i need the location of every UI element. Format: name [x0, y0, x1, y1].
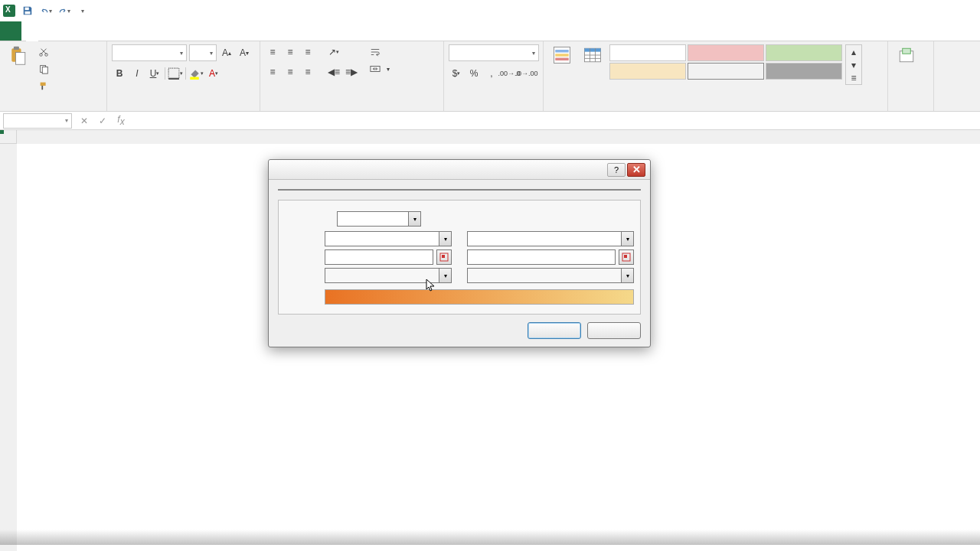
ok-button[interactable]	[528, 322, 581, 339]
decrease-decimal[interactable]: .0→.00	[519, 66, 534, 81]
italic-button[interactable]: I	[129, 66, 145, 81]
title-bar: ▾ ▾ ▾	[0, 0, 980, 21]
increase-decimal[interactable]: .00→.0	[501, 66, 517, 81]
ribbon: ▾ ▾ A▴ A▾ B I U▾ ▾ ▾ A▾ ≡ ≡	[0, 41, 980, 112]
align-right[interactable]: ≡	[300, 64, 315, 80]
qat-save[interactable]	[21, 5, 34, 17]
font-family-combo[interactable]: ▾	[112, 44, 187, 61]
svg-rect-3	[14, 47, 19, 50]
tab-page-layout[interactable]	[64, 21, 86, 41]
align-bottom[interactable]: ≡	[300, 44, 315, 60]
cell-styles-gallery[interactable]	[609, 44, 842, 80]
ribbon-tabs	[0, 21, 980, 41]
group-cells	[888, 41, 934, 111]
group-clipboard	[0, 41, 107, 111]
svg-rect-4	[16, 53, 25, 65]
wrap-text-button[interactable]	[367, 44, 393, 60]
app-icon	[3, 5, 15, 17]
styles-more[interactable]: ≡	[846, 71, 861, 84]
border-button[interactable]: ▾	[168, 66, 183, 81]
max-value-ref-button[interactable]	[619, 249, 634, 265]
cancel-formula-icon[interactable]: ✕	[75, 116, 93, 126]
svg-rect-10	[168, 68, 179, 79]
insert-cells-button[interactable]	[893, 44, 920, 96]
format-style-combo[interactable]: ▾	[337, 211, 421, 227]
number-format-combo[interactable]: ▾	[449, 44, 539, 61]
svg-rect-16	[555, 54, 569, 57]
dialog-titlebar[interactable]: ? ✕	[269, 160, 650, 180]
select-all-corner[interactable]	[0, 130, 17, 144]
svg-rect-0	[25, 8, 29, 11]
indent-increase[interactable]: ≡▶	[344, 64, 359, 80]
format-as-table-button[interactable]	[579, 44, 606, 96]
tab-formulas[interactable]	[86, 21, 107, 41]
percent-button[interactable]: %	[466, 66, 482, 81]
qat-undo[interactable]: ▾	[40, 5, 52, 17]
svg-rect-27	[442, 255, 445, 258]
merge-center-button[interactable]: ▾	[367, 61, 393, 77]
fill-color-button[interactable]: ▾	[188, 66, 204, 81]
grow-font[interactable]: A▴	[219, 45, 234, 60]
conditional-formatting-button[interactable]	[548, 44, 576, 96]
formula-bar: ▾ ✕ ✓ fx	[0, 112, 980, 130]
svg-rect-8	[42, 67, 47, 73]
shrink-font[interactable]: A▾	[237, 45, 252, 60]
style-normal[interactable]	[609, 44, 686, 61]
min-value-ref-button[interactable]	[436, 249, 452, 265]
max-color-combo[interactable]: ▾	[467, 268, 634, 283]
paste-button[interactable]	[5, 44, 32, 96]
svg-rect-15	[555, 50, 569, 53]
style-good[interactable]	[766, 44, 842, 61]
cut-button[interactable]	[35, 44, 55, 60]
group-alignment: ≡ ≡ ≡ ↗▾ ≡ ≡ ≡ ◀≡ ≡▶ ▾	[260, 41, 444, 111]
align-middle[interactable]: ≡	[283, 44, 298, 60]
qat-redo[interactable]: ▾	[58, 5, 70, 17]
style-neutral[interactable]	[609, 63, 686, 80]
orientation[interactable]: ↗▾	[326, 44, 341, 60]
svg-rect-1	[25, 11, 31, 15]
currency-button[interactable]: $▾	[449, 66, 464, 81]
align-top[interactable]: ≡	[265, 44, 280, 60]
cancel-button[interactable]	[587, 322, 641, 339]
svg-rect-17	[555, 58, 569, 61]
min-color-combo[interactable]: ▾	[325, 268, 452, 283]
new-formatting-rule-dialog: ? ✕ ▾ ▾ ▾ ▾	[268, 159, 651, 347]
indent-decrease[interactable]: ◀≡	[326, 64, 341, 80]
svg-rect-29	[624, 255, 627, 258]
bold-button[interactable]: B	[112, 66, 127, 81]
fx-icon[interactable]: fx	[112, 114, 130, 127]
rule-type-list[interactable]	[278, 189, 641, 191]
copy-button[interactable]	[35, 61, 55, 77]
style-bad[interactable]	[688, 44, 764, 61]
max-type-combo[interactable]: ▾	[467, 231, 634, 246]
preview-bar	[325, 289, 634, 305]
tab-view[interactable]	[150, 21, 172, 41]
svg-rect-9	[41, 83, 46, 86]
comma-button[interactable]: ,	[484, 66, 499, 81]
svg-rect-12	[190, 77, 198, 80]
group-font: ▾ ▾ A▴ A▾ B I U▾ ▾ ▾ A▾	[107, 41, 260, 111]
tab-insert[interactable]	[43, 21, 64, 41]
font-color-button[interactable]: A▾	[206, 66, 221, 81]
font-size-combo[interactable]: ▾	[189, 44, 217, 61]
min-type-combo[interactable]: ▾	[325, 231, 452, 246]
name-box[interactable]: ▾	[3, 113, 72, 129]
underline-button[interactable]: U▾	[147, 66, 162, 81]
align-center[interactable]: ≡	[283, 64, 298, 80]
tab-file[interactable]	[0, 21, 21, 41]
tab-home[interactable]	[21, 21, 43, 41]
style-calculation[interactable]	[688, 63, 764, 80]
max-value-input[interactable]	[467, 249, 616, 265]
dialog-close-button[interactable]: ✕	[627, 163, 645, 177]
enter-formula-icon[interactable]: ✓	[93, 116, 112, 126]
format-painter-button[interactable]	[35, 78, 55, 93]
svg-rect-25	[903, 48, 911, 54]
tab-data[interactable]	[107, 21, 129, 41]
styles-scroll-down[interactable]: ▾	[846, 58, 861, 71]
style-check-cell[interactable]	[766, 63, 842, 80]
align-left[interactable]: ≡	[265, 64, 280, 80]
min-value-input[interactable]	[325, 249, 433, 265]
styles-scroll-up[interactable]: ▴	[846, 45, 861, 58]
tab-review[interactable]	[129, 21, 150, 41]
dialog-help-button[interactable]: ?	[607, 163, 626, 177]
